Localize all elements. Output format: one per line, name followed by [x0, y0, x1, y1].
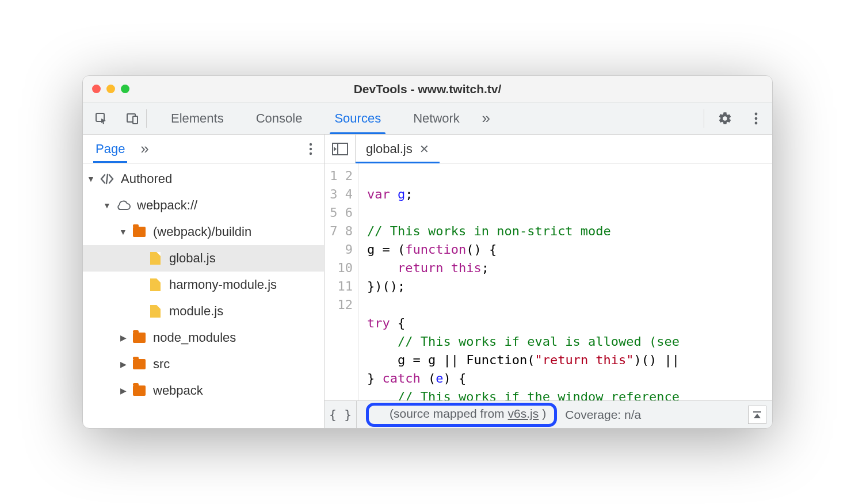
tree-label: node_modules — [153, 330, 236, 345]
navigator-more-tabs-icon[interactable]: » — [134, 139, 155, 159]
titlebar: DevTools - www.twitch.tv/ — [83, 76, 772, 102]
kebab-menu-icon[interactable] — [746, 108, 766, 129]
file-tab-global[interactable]: global.js ✕ — [356, 135, 440, 163]
file-tab-label: global.js — [366, 142, 413, 156]
svg-point-8 — [310, 152, 312, 154]
tree-label: (webpack)/buildin — [153, 224, 251, 239]
tree-label: webpack:// — [137, 198, 197, 213]
more-tabs-icon[interactable]: » — [476, 108, 497, 129]
main-toolbar: Elements Console Sources Network » — [83, 102, 772, 135]
settings-icon[interactable] — [715, 108, 735, 129]
tree-label: src — [153, 357, 170, 372]
folder-icon — [131, 227, 147, 237]
svg-point-7 — [310, 147, 312, 150]
navigator-sidebar: Page » ▼ Authored ▼ — [83, 135, 325, 428]
code-brackets-icon — [99, 173, 115, 185]
tree-folder-buildin[interactable]: ▼ (webpack)/buildin — [83, 219, 324, 245]
editor-pane: global.js ✕ 1 2 3 4 5 6 7 8 9 10 11 12 v… — [325, 135, 772, 428]
svg-point-3 — [755, 112, 758, 115]
line-gutter: 1 2 3 4 5 6 7 8 9 10 11 12 — [325, 163, 359, 400]
file-tree[interactable]: ▼ Authored ▼ webpack:// ▼ (webpac — [83, 163, 324, 428]
tree-label: webpack — [153, 383, 203, 398]
navigator-tab-page[interactable]: Page — [86, 135, 134, 163]
svg-rect-2 — [133, 116, 138, 124]
svg-point-4 — [755, 117, 758, 120]
tree-label: harmony-module.js — [169, 277, 277, 292]
editor-tabs: global.js ✕ — [325, 135, 772, 163]
code-view[interactable]: 1 2 3 4 5 6 7 8 9 10 11 12 var g; // Thi… — [325, 163, 772, 400]
devtools-window: DevTools - www.twitch.tv/ Elements Conso… — [82, 75, 773, 429]
minimize-window-button[interactable] — [106, 85, 115, 93]
sources-panel: Page » ▼ Authored ▼ — [83, 135, 772, 428]
navigator-tabs: Page » — [83, 135, 324, 163]
tree-label: global.js — [169, 251, 216, 266]
cloud-icon — [115, 200, 131, 211]
tree-label: module.js — [169, 304, 223, 319]
tree-root-authored[interactable]: ▼ Authored — [83, 166, 324, 192]
folder-icon — [131, 359, 147, 369]
tree-folder-webpack[interactable]: ▶ webpack — [83, 377, 324, 404]
editor-status-bar: { } (source mapped from v6s.js) Coverage… — [325, 400, 772, 428]
inspect-element-icon[interactable] — [91, 108, 112, 129]
tree-folder-nodemodules[interactable]: ▶ node_modules — [83, 324, 324, 351]
window-controls — [92, 85, 129, 93]
tab-console[interactable]: Console — [240, 102, 319, 134]
code-content: var g; // This works in non-strict mode … — [359, 163, 772, 400]
close-window-button[interactable] — [92, 85, 101, 93]
tab-network[interactable]: Network — [397, 102, 476, 134]
file-icon — [147, 305, 163, 318]
source-map-info: (source mapped from v6s.js) — [390, 407, 546, 421]
tree-folder-src[interactable]: ▶ src — [83, 351, 324, 377]
tree-file-module[interactable]: module.js — [83, 298, 324, 324]
pretty-print-icon[interactable]: { } — [325, 401, 357, 428]
tree-label: Authored — [121, 171, 172, 186]
window-title: DevTools - www.twitch.tv/ — [83, 82, 772, 96]
tree-file-global[interactable]: global.js — [83, 245, 324, 272]
source-map-link[interactable]: v6s.js — [508, 407, 539, 421]
source-map-highlight: (source mapped from v6s.js) — [366, 403, 557, 427]
navigator-kebab-icon[interactable] — [301, 143, 320, 155]
folder-icon — [131, 333, 147, 343]
svg-rect-11 — [753, 411, 761, 413]
tree-origin-webpack[interactable]: ▼ webpack:// — [83, 192, 324, 219]
close-tab-icon[interactable]: ✕ — [419, 142, 429, 156]
tab-sources[interactable]: Sources — [318, 102, 397, 134]
svg-point-5 — [755, 121, 758, 124]
device-toolbar-icon[interactable] — [122, 108, 143, 129]
file-icon — [147, 278, 163, 291]
tree-file-harmony[interactable]: harmony-module.js — [83, 272, 324, 298]
zoom-window-button[interactable] — [121, 85, 129, 93]
expand-sidebar-icon[interactable] — [748, 406, 766, 424]
folder-icon — [131, 385, 147, 396]
file-icon — [147, 252, 163, 265]
divider — [704, 109, 704, 128]
svg-point-6 — [310, 143, 312, 145]
coverage-status: Coverage: n/a — [565, 408, 641, 422]
tab-elements[interactable]: Elements — [155, 102, 240, 134]
toggle-navigator-icon[interactable] — [325, 135, 356, 163]
